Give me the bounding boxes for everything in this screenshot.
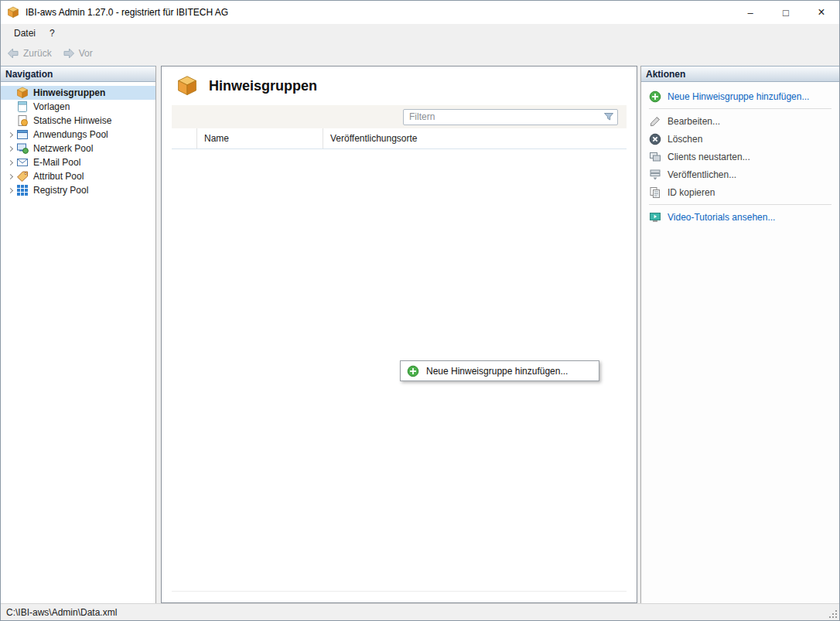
forward-button[interactable]: Vor <box>63 47 93 60</box>
actions-separator <box>649 204 831 205</box>
app-window: IBI-aws Admin 1.27.0 - registriert für I… <box>0 0 840 621</box>
navigation-panel-header: Navigation <box>1 66 155 82</box>
app-box-icon <box>7 6 21 19</box>
email-pool-envelope-icon <box>16 156 29 169</box>
copy-id-icon <box>649 186 661 199</box>
main-header: Hinweisgruppen <box>162 67 637 105</box>
column-header-veroeffentlichungsorte[interactable]: Veröffentlichungsorte <box>323 128 627 148</box>
sidebar-item-label: Hinweisgruppen <box>33 87 105 98</box>
action-list: Neue Hinweisgruppe hinzufügen... Bearbei… <box>641 82 839 226</box>
action-label: Bearbeiten... <box>668 116 720 127</box>
edit-pencil-icon <box>649 115 661 128</box>
window-controls: – □ × <box>732 1 839 24</box>
forward-label: Vor <box>79 48 93 59</box>
sidebar-item-email-pool[interactable]: E-Mail Pool <box>1 155 155 169</box>
action-clients-neustarten[interactable]: Clients neustarten... <box>641 148 839 165</box>
delete-x-icon <box>649 133 661 145</box>
chevron-right-icon <box>5 147 16 151</box>
add-plus-icon <box>407 365 419 377</box>
main-wrap: Hinweisgruppen Name V <box>156 66 640 603</box>
sidebar-item-label: Netzwerk Pool <box>33 143 93 154</box>
vorlagen-template-icon <box>16 101 29 113</box>
actions-separator <box>649 108 831 109</box>
back-arrow-icon <box>7 47 19 60</box>
registry-pool-grid-icon <box>16 184 29 196</box>
action-label: Veröffentlichen... <box>668 169 736 180</box>
chevron-right-icon <box>5 161 16 165</box>
statusbar-path: C:\IBI-aws\Admin\Data.xml <box>6 607 117 618</box>
sidebar-item-label: Attribut Pool <box>33 171 84 182</box>
menu-datei[interactable]: Datei <box>7 24 43 43</box>
titlebar: IBI-aws Admin 1.27.0 - registriert für I… <box>1 1 839 24</box>
attribut-pool-tag-icon <box>16 170 29 183</box>
list-container: Name Veröffentlichungsorte Neue Hinweisg… <box>172 105 627 592</box>
sidebar-item-label: Anwendungs Pool <box>33 129 108 140</box>
hinweisgruppen-box-icon <box>176 75 199 97</box>
netzwerk-pool-icon <box>16 142 29 155</box>
action-bearbeiten[interactable]: Bearbeiten... <box>641 112 839 130</box>
clients-restart-icon <box>649 151 661 163</box>
action-label: Löschen <box>668 134 702 145</box>
table-header-row: Name Veröffentlichungsorte <box>172 128 627 149</box>
sidebar-item-vorlagen[interactable]: Vorlagen <box>1 100 155 114</box>
menu-help[interactable]: ? <box>43 24 62 43</box>
page-title: Hinweisgruppen <box>209 78 317 94</box>
hinweisgruppen-box-icon <box>16 87 29 99</box>
navigation-tree: Hinweisgruppen Vorlagen Statische Hinwei… <box>1 82 155 197</box>
action-video-tutorials[interactable]: Video-Tutorials ansehen... <box>641 208 839 226</box>
floating-button-label: Neue Hinweisgruppe hinzufügen... <box>426 366 568 377</box>
filter-band <box>172 105 627 128</box>
action-id-kopieren[interactable]: ID kopieren <box>641 183 839 201</box>
sidebar-item-hinweisgruppen[interactable]: Hinweisgruppen <box>1 86 155 100</box>
window-title: IBI-aws Admin 1.27.0 - registriert für I… <box>26 7 228 18</box>
statusbar: C:\IBI-aws\Admin\Data.xml <box>1 603 839 620</box>
action-label: ID kopieren <box>668 187 715 198</box>
action-neue-hinweisgruppe[interactable]: Neue Hinweisgruppe hinzufügen... <box>641 87 839 105</box>
column-header-name[interactable]: Name <box>196 128 323 148</box>
app-body: Navigation Hinweisgruppen Vorlagen <box>1 64 839 603</box>
actions-panel-header: Aktionen <box>641 66 839 82</box>
video-tutorial-icon <box>649 211 661 223</box>
column-header-icon <box>172 128 196 148</box>
actions-panel: Aktionen Neue Hinweisgruppe hinzufügen..… <box>640 66 839 603</box>
menubar: Datei ? <box>1 24 839 43</box>
navigation-toolbar: Zurück Vor <box>1 43 839 64</box>
sidebar-item-label: Vorlagen <box>33 101 70 112</box>
sidebar-item-anwendungs-pool[interactable]: Anwendungs Pool <box>1 128 155 142</box>
sidebar-item-label: Statische Hinweise <box>33 115 111 126</box>
anwendungs-pool-window-icon <box>16 128 29 141</box>
statische-hinweise-icon <box>16 114 29 127</box>
action-veroeffentlichen[interactable]: Veröffentlichen... <box>641 165 839 183</box>
action-label: Neue Hinweisgruppe hinzufügen... <box>668 91 809 102</box>
action-label: Video-Tutorials ansehen... <box>668 212 775 223</box>
publish-icon <box>649 169 661 181</box>
sidebar-item-statische-hinweise[interactable]: Statische Hinweise <box>1 114 155 128</box>
resize-grip-icon[interactable] <box>828 609 838 619</box>
close-button[interactable]: × <box>804 1 839 24</box>
navigation-panel: Navigation Hinweisgruppen Vorlagen <box>1 66 156 603</box>
filter-input[interactable] <box>404 111 603 122</box>
action-loeschen[interactable]: Löschen <box>641 130 839 148</box>
chevron-right-icon <box>5 133 16 137</box>
main-panel: Hinweisgruppen Name V <box>161 66 637 603</box>
chevron-right-icon <box>5 189 16 193</box>
empty-list-area: Neue Hinweisgruppe hinzufügen... <box>172 149 627 591</box>
add-plus-icon <box>649 90 661 103</box>
chevron-right-icon <box>5 175 16 179</box>
minimize-button[interactable]: – <box>732 1 768 24</box>
forward-arrow-icon <box>63 47 75 60</box>
back-label: Zurück <box>23 48 52 59</box>
sidebar-item-netzwerk-pool[interactable]: Netzwerk Pool <box>1 142 155 155</box>
sidebar-item-label: Registry Pool <box>33 185 88 196</box>
back-button[interactable]: Zurück <box>7 47 52 60</box>
add-hinweisgruppe-floating-button[interactable]: Neue Hinweisgruppe hinzufügen... <box>400 360 599 381</box>
sidebar-item-label: E-Mail Pool <box>33 157 80 168</box>
filter-box <box>403 109 618 125</box>
filter-funnel-icon[interactable] <box>603 111 615 123</box>
action-label: Clients neustarten... <box>668 152 750 162</box>
sidebar-item-attribut-pool[interactable]: Attribut Pool <box>1 169 155 183</box>
maximize-button[interactable]: □ <box>768 1 804 24</box>
sidebar-item-registry-pool[interactable]: Registry Pool <box>1 183 155 197</box>
